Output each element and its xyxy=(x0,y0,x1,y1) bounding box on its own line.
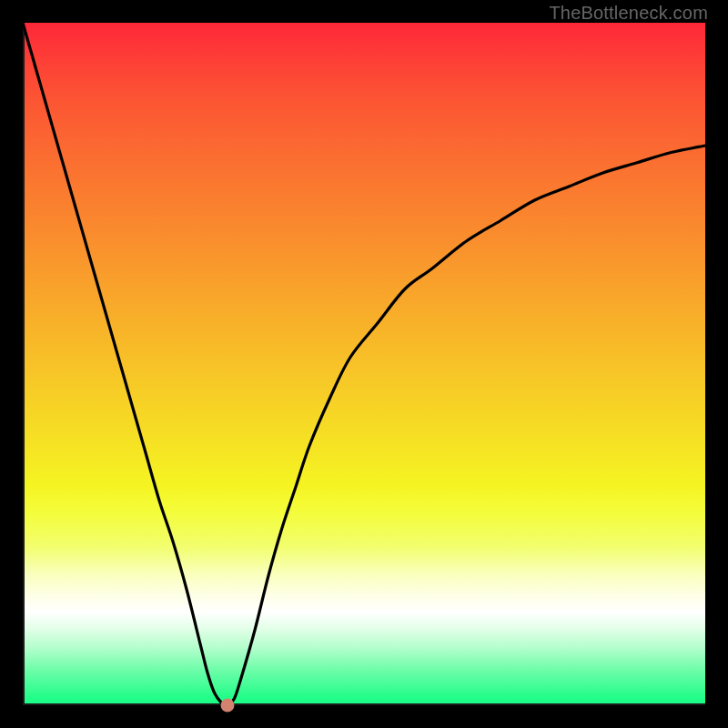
curve-svg xyxy=(23,23,705,705)
bottleneck-chart: TheBottleneck.com xyxy=(0,0,728,728)
attribution-label: TheBottleneck.com xyxy=(549,3,708,24)
optimal-point-marker xyxy=(221,699,235,713)
bottleneck-curve-path xyxy=(23,23,705,705)
